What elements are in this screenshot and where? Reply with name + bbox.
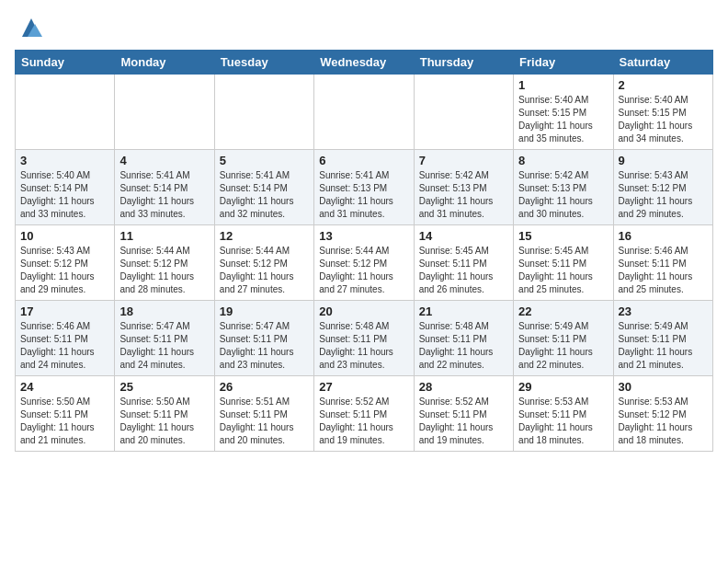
- day-info: Sunrise: 5:45 AM Sunset: 5:11 PM Dayligh…: [419, 245, 508, 296]
- day-number: 4: [119, 154, 209, 167]
- day-info: Sunrise: 5:43 AM Sunset: 5:12 PM Dayligh…: [619, 169, 708, 221]
- day-info: Sunrise: 5:42 AM Sunset: 5:13 PM Dayligh…: [518, 169, 608, 221]
- day-number: 20: [319, 304, 408, 318]
- day-number: 17: [20, 304, 109, 318]
- day-info: Sunrise: 5:41 AM Sunset: 5:14 PM Dayligh…: [119, 169, 209, 221]
- day-info: Sunrise: 5:48 AM Sunset: 5:11 PM Dayligh…: [419, 320, 508, 372]
- day-number: 2: [619, 78, 708, 92]
- day-number: 24: [20, 380, 109, 394]
- day-info: Sunrise: 5:43 AM Sunset: 5:12 PM Dayligh…: [20, 245, 109, 296]
- day-info: Sunrise: 5:45 AM Sunset: 5:11 PM Dayligh…: [518, 245, 608, 296]
- day-info: Sunrise: 5:46 AM Sunset: 5:11 PM Dayligh…: [20, 320, 109, 372]
- column-header-monday: Monday: [115, 51, 214, 75]
- day-number: 1: [518, 78, 608, 92]
- calendar-cell: 16Sunrise: 5:46 AM Sunset: 5:11 PM Dayli…: [613, 225, 712, 301]
- day-info: Sunrise: 5:41 AM Sunset: 5:13 PM Dayligh…: [319, 169, 408, 221]
- calendar-cell: 22Sunrise: 5:49 AM Sunset: 5:11 PM Dayli…: [514, 301, 613, 376]
- day-number: 9: [619, 154, 708, 167]
- day-number: 21: [419, 304, 508, 318]
- day-info: Sunrise: 5:51 AM Sunset: 5:11 PM Dayligh…: [220, 396, 309, 447]
- day-number: 25: [119, 380, 209, 394]
- calendar-cell: 6Sunrise: 5:41 AM Sunset: 5:13 PM Daylig…: [314, 150, 414, 225]
- calendar-cell: [414, 75, 513, 150]
- calendar-cell: 29Sunrise: 5:53 AM Sunset: 5:11 PM Dayli…: [514, 376, 613, 452]
- logo-icon: [18, 15, 44, 40]
- day-number: 26: [220, 380, 309, 394]
- calendar-header-row: SundayMondayTuesdayWednesdayThursdayFrid…: [16, 51, 713, 75]
- calendar-cell: 3Sunrise: 5:40 AM Sunset: 5:14 PM Daylig…: [16, 150, 115, 225]
- day-info: Sunrise: 5:49 AM Sunset: 5:11 PM Dayligh…: [518, 320, 608, 372]
- day-info: Sunrise: 5:50 AM Sunset: 5:11 PM Dayligh…: [20, 396, 109, 447]
- day-info: Sunrise: 5:40 AM Sunset: 5:15 PM Dayligh…: [518, 94, 608, 145]
- day-number: 27: [319, 380, 408, 394]
- day-number: 12: [220, 229, 309, 243]
- calendar-week-row: 24Sunrise: 5:50 AM Sunset: 5:11 PM Dayli…: [16, 376, 713, 452]
- day-number: 11: [119, 229, 209, 243]
- day-number: 3: [20, 154, 109, 167]
- column-header-sunday: Sunday: [16, 51, 115, 75]
- day-number: 23: [619, 304, 708, 318]
- day-number: 16: [619, 229, 708, 243]
- calendar-week-row: 17Sunrise: 5:46 AM Sunset: 5:11 PM Dayli…: [16, 301, 713, 376]
- day-info: Sunrise: 5:46 AM Sunset: 5:11 PM Dayligh…: [619, 245, 708, 296]
- column-header-wednesday: Wednesday: [314, 51, 414, 75]
- day-info: Sunrise: 5:40 AM Sunset: 5:15 PM Dayligh…: [619, 94, 708, 145]
- column-header-tuesday: Tuesday: [214, 51, 313, 75]
- calendar-cell: 20Sunrise: 5:48 AM Sunset: 5:11 PM Dayli…: [314, 301, 414, 376]
- calendar-cell: 21Sunrise: 5:48 AM Sunset: 5:11 PM Dayli…: [414, 301, 513, 376]
- day-info: Sunrise: 5:41 AM Sunset: 5:14 PM Dayligh…: [220, 169, 309, 221]
- calendar-cell: 14Sunrise: 5:45 AM Sunset: 5:11 PM Dayli…: [414, 225, 513, 301]
- calendar-cell: 30Sunrise: 5:53 AM Sunset: 5:12 PM Dayli…: [613, 376, 712, 452]
- day-number: 6: [319, 154, 408, 167]
- day-info: Sunrise: 5:53 AM Sunset: 5:12 PM Dayligh…: [619, 396, 708, 447]
- calendar-cell: 11Sunrise: 5:44 AM Sunset: 5:12 PM Dayli…: [115, 225, 214, 301]
- day-info: Sunrise: 5:44 AM Sunset: 5:12 PM Dayligh…: [319, 245, 408, 296]
- calendar-cell: 1Sunrise: 5:40 AM Sunset: 5:15 PM Daylig…: [514, 75, 613, 150]
- calendar-table: SundayMondayTuesdayWednesdayThursdayFrid…: [15, 50, 713, 452]
- day-number: 22: [518, 304, 608, 318]
- day-info: Sunrise: 5:53 AM Sunset: 5:11 PM Dayligh…: [518, 396, 608, 447]
- calendar-cell: 13Sunrise: 5:44 AM Sunset: 5:12 PM Dayli…: [314, 225, 414, 301]
- calendar-cell: 15Sunrise: 5:45 AM Sunset: 5:11 PM Dayli…: [514, 225, 613, 301]
- day-number: 29: [518, 380, 608, 394]
- calendar-cell: 5Sunrise: 5:41 AM Sunset: 5:14 PM Daylig…: [214, 150, 313, 225]
- calendar-cell: [115, 75, 214, 150]
- day-info: Sunrise: 5:52 AM Sunset: 5:11 PM Dayligh…: [319, 396, 408, 447]
- calendar-cell: 7Sunrise: 5:42 AM Sunset: 5:13 PM Daylig…: [414, 150, 513, 225]
- day-info: Sunrise: 5:44 AM Sunset: 5:12 PM Dayligh…: [119, 245, 209, 296]
- calendar-cell: [214, 75, 313, 150]
- column-header-thursday: Thursday: [414, 51, 513, 75]
- calendar-cell: 24Sunrise: 5:50 AM Sunset: 5:11 PM Dayli…: [16, 376, 115, 452]
- logo: [15, 15, 44, 40]
- column-header-saturday: Saturday: [613, 51, 712, 75]
- calendar-week-row: 10Sunrise: 5:43 AM Sunset: 5:12 PM Dayli…: [16, 225, 713, 301]
- calendar-week-row: 3Sunrise: 5:40 AM Sunset: 5:14 PM Daylig…: [16, 150, 713, 225]
- calendar-cell: 18Sunrise: 5:47 AM Sunset: 5:11 PM Dayli…: [115, 301, 214, 376]
- day-info: Sunrise: 5:42 AM Sunset: 5:13 PM Dayligh…: [419, 169, 508, 221]
- calendar-cell: 8Sunrise: 5:42 AM Sunset: 5:13 PM Daylig…: [514, 150, 613, 225]
- calendar-cell: 23Sunrise: 5:49 AM Sunset: 5:11 PM Dayli…: [613, 301, 712, 376]
- calendar-cell: 4Sunrise: 5:41 AM Sunset: 5:14 PM Daylig…: [115, 150, 214, 225]
- day-number: 14: [419, 229, 508, 243]
- day-number: 28: [419, 380, 508, 394]
- calendar-cell: 26Sunrise: 5:51 AM Sunset: 5:11 PM Dayli…: [214, 376, 313, 452]
- day-info: Sunrise: 5:52 AM Sunset: 5:11 PM Dayligh…: [419, 396, 508, 447]
- day-number: 18: [119, 304, 209, 318]
- calendar-week-row: 1Sunrise: 5:40 AM Sunset: 5:15 PM Daylig…: [16, 75, 713, 150]
- day-number: 19: [220, 304, 309, 318]
- day-number: 10: [20, 229, 109, 243]
- day-number: 5: [220, 154, 309, 167]
- day-number: 7: [419, 154, 508, 167]
- day-info: Sunrise: 5:48 AM Sunset: 5:11 PM Dayligh…: [319, 320, 408, 372]
- calendar-cell: 19Sunrise: 5:47 AM Sunset: 5:11 PM Dayli…: [214, 301, 313, 376]
- calendar-cell: [314, 75, 414, 150]
- day-number: 8: [518, 154, 608, 167]
- calendar-cell: 9Sunrise: 5:43 AM Sunset: 5:12 PM Daylig…: [613, 150, 712, 225]
- calendar-cell: [16, 75, 115, 150]
- column-header-friday: Friday: [514, 51, 613, 75]
- calendar-cell: 17Sunrise: 5:46 AM Sunset: 5:11 PM Dayli…: [16, 301, 115, 376]
- day-number: 30: [619, 380, 708, 394]
- calendar-cell: 28Sunrise: 5:52 AM Sunset: 5:11 PM Dayli…: [414, 376, 513, 452]
- day-info: Sunrise: 5:40 AM Sunset: 5:14 PM Dayligh…: [20, 169, 109, 221]
- day-info: Sunrise: 5:47 AM Sunset: 5:11 PM Dayligh…: [119, 320, 209, 372]
